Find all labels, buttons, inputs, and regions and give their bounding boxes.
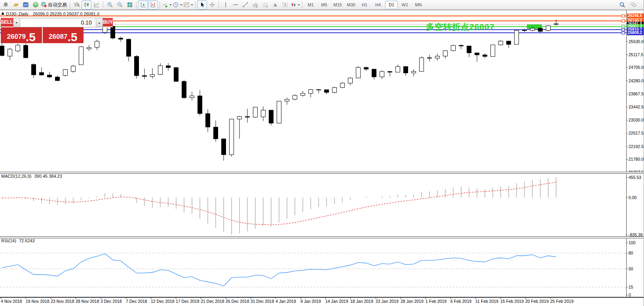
bar-chart-button[interactable] [72,0,82,10]
candle-21-Nov [40,67,44,76]
candle-14-Jan [325,90,329,94]
level-handle[interactable] [622,25,625,28]
arrows-button[interactable] [290,0,300,10]
date-label: 23 Nov 2018 [51,299,74,304]
auto-scroll-button[interactable] [138,0,148,10]
candlestick-chart-button[interactable] [82,0,91,10]
line-chart-button[interactable] [91,0,101,10]
toolbar-separator [103,1,103,8]
level-handle[interactable] [622,28,625,31]
chart-shift-button[interactable] [148,0,158,10]
candle-9-Jan [301,91,305,96]
candle-22-Nov [47,72,52,78]
zoom-out-button[interactable] [115,0,125,10]
rsi-tick-label: 100 [629,240,636,245]
crosshair-button[interactable] [207,0,217,10]
vertical-line-button[interactable] [220,0,230,10]
timeframe-H4[interactable]: H4 [372,1,384,9]
axis-tick [626,159,628,160]
candle-22-Jan [372,69,376,80]
candlesticks-icon [84,2,90,8]
timeframe-D1[interactable]: D1 [385,1,398,9]
volume-input[interactable] [20,18,96,27]
candle-15-Feb [515,30,519,44]
fibonacci-icon: F [262,2,268,8]
timeframe-M5[interactable]: M5 [318,1,331,9]
dropdown-arrow-icon[interactable] [180,4,182,6]
level-handle[interactable] [622,15,625,17]
candle-13-Dec [166,63,171,71]
sell-price-main: 26079 [7,33,26,42]
candle-7-Feb [467,46,471,57]
macd-pane-separator[interactable] [0,172,644,174]
one-click-trading-panel: SELL ▼ ▲ BUY 26079 .5 26087 .5 [1,18,84,44]
sell-button[interactable]: SELL [1,18,13,27]
level-handle[interactable] [622,31,625,34]
market-watch-button[interactable] [21,0,30,10]
search-icon[interactable] [619,2,625,8]
rsi-tick-label: 80 [629,251,633,255]
timeframe-H1[interactable]: H1 [358,1,371,9]
date-label: 25 Feb 2019 [550,299,574,304]
equidistant-channel-button[interactable]: E [250,0,260,10]
channel-icon: E [252,2,258,8]
chat-icon[interactable] [630,2,636,8]
axis-tick [626,177,628,178]
rsi-pane-separator[interactable] [0,236,644,238]
trendline-button[interactable] [240,0,250,10]
candle-20-Dec [206,109,210,132]
candle-27-Dec [237,116,242,139]
gold-bar-button[interactable] [11,0,21,10]
buy-price[interactable]: 26087 .5 [43,27,84,43]
dropdown-arrow-icon[interactable] [169,4,172,6]
toolbar-separator [195,1,196,8]
zoom-in-button[interactable] [105,0,115,10]
price-tag-25809.2: 25809.2 [627,30,644,35]
tile-windows-button[interactable] [125,0,135,10]
v-line-icon [222,2,229,8]
chart-annotation-text[interactable]: 多空转折点26007 [426,21,494,32]
auto-trading-button[interactable]: 自动交易 [40,0,68,10]
buy-button[interactable]: BUY [103,18,113,27]
indicators-button[interactable] [161,0,172,10]
dropdown-arrow-icon[interactable] [298,4,300,6]
svg-text:T: T [284,3,286,7]
candlestick-chart[interactable] [0,10,626,306]
timeframe-M30[interactable]: M30 [345,1,357,9]
price-tag-26346.6: 26346.6 [627,13,644,18]
axis-tick [626,235,628,235]
dropdown-arrow-icon[interactable] [191,4,193,6]
volume-increase-button[interactable]: ▲ [96,18,103,27]
zoom-in-icon [107,2,113,8]
timeframe-MN[interactable]: MN [412,1,425,9]
timeframe-M1[interactable]: M1 [304,1,317,9]
date-label: 31 Dec 2018 [251,299,274,304]
volume-decrease-button[interactable]: ▼ [13,18,20,27]
timeframe-W1[interactable]: W1 [399,1,411,9]
level-handle[interactable] [622,19,625,22]
candle-6-Dec [127,38,131,61]
new-order-button[interactable]: 单 [1,0,11,10]
sell-price[interactable]: 26079 .5 [1,27,43,43]
axis-tick [626,120,628,120]
templates-button[interactable] [183,0,194,10]
macd-values: 390.45 384.23 [34,174,62,179]
text-button[interactable]: A [270,0,280,10]
rsi-tick-label: 50 [629,266,633,271]
signals-button[interactable] [30,0,40,10]
cursor-button[interactable] [197,0,207,10]
fibonacci-button[interactable]: F [260,0,270,10]
signal-icon [32,2,39,8]
candle-11-Jan [317,89,321,93]
text-label-button[interactable]: T [280,0,290,10]
candle-12-Dec [158,63,163,75]
sell-price-frac: .5 [26,32,36,42]
candle-17-Dec [182,80,186,99]
horizontal-line-button[interactable] [230,0,240,10]
svg-text:F: F [266,6,268,8]
candle-25-Feb [554,19,559,26]
candle-27-Nov [71,65,76,73]
periods-button[interactable] [172,0,183,10]
timeframe-M15[interactable]: M15 [331,1,344,9]
auto-trading-label: 自动交易 [47,2,68,8]
